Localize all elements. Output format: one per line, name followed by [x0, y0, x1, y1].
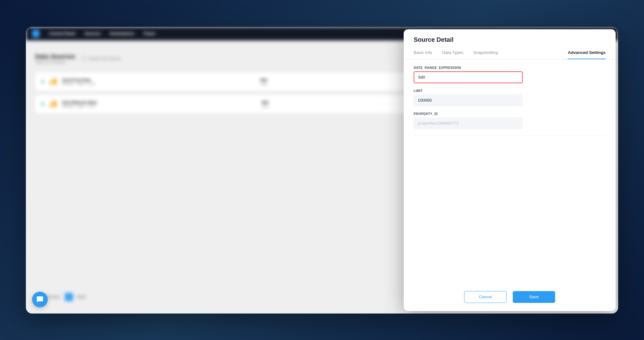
row-metric-label: rows: [261, 82, 267, 86]
row-metric: 964 rows: [262, 100, 269, 108]
panel-header: Source Detail: [404, 29, 616, 45]
panel-body: DATE_RANGE_EXPRESSION LIMIT PROPERTY_ID: [404, 60, 616, 285]
chat-fab[interactable]: [32, 292, 48, 307]
pagination: Previous 1 Next: [45, 293, 85, 301]
row-metric-value: 964: [262, 100, 269, 105]
row-text: GA4 Prod Data ERP/DB · Today · 11:30: [62, 78, 95, 86]
source-detail-panel: Source Detail Basic Info Data Types Snap…: [404, 29, 616, 311]
panel-title: Source Detail: [414, 36, 606, 43]
pagination-page[interactable]: 1: [65, 293, 73, 301]
status-dot-icon: [41, 80, 44, 83]
page-title-block: Data Sources Total 2 of 2 Sources: [35, 53, 75, 64]
page-title: Data Sources: [35, 53, 75, 60]
property-id-label: PROPERTY_ID: [414, 112, 606, 116]
row-name: GA4 Prod Data: [62, 78, 95, 82]
panel-footer: Cancel Save: [404, 285, 616, 311]
status-dot-icon: [41, 103, 44, 105]
limit-label: LIMIT: [414, 89, 606, 93]
search-input[interactable]: Search by Source: [81, 56, 121, 61]
row-name: GA4 Website Beta: [62, 100, 97, 105]
row-metric: 964 rows: [261, 78, 267, 86]
panel-tabs: Basic Info Data Types Snapshotting Advan…: [404, 45, 616, 60]
cancel-button[interactable]: Cancel: [464, 291, 507, 303]
chat-icon: [36, 296, 44, 303]
field-property-id: PROPERTY_ID: [414, 112, 606, 129]
search-icon: [81, 56, 86, 61]
app-frame: Control Panel Sources Destinations Flows…: [26, 27, 618, 314]
tab-snapshotting[interactable]: Snapshotting: [473, 50, 498, 59]
app-logo-icon: [32, 30, 40, 37]
nav-item-sources[interactable]: Sources: [85, 31, 101, 36]
property-id-input[interactable]: [414, 117, 523, 129]
nav-item-control-panel[interactable]: Control Panel: [49, 31, 75, 36]
row-metric-value: 964: [261, 78, 267, 82]
save-button[interactable]: Save: [513, 291, 555, 303]
date-range-input[interactable]: [414, 71, 523, 83]
row-text: GA4 Website Beta ERP/DB · Today · 11:30: [62, 100, 97, 108]
nav-item-destinations[interactable]: Destinations: [110, 31, 134, 36]
field-limit: LIMIT: [414, 89, 606, 106]
panel-divider: [414, 136, 606, 136]
field-date-range: DATE_RANGE_EXPRESSION: [414, 66, 606, 83]
tab-basic-info[interactable]: Basic Info: [414, 50, 432, 59]
pagination-next[interactable]: Next: [77, 295, 86, 299]
nav-item-flows[interactable]: Flows: [144, 31, 155, 36]
tab-data-types[interactable]: Data Types: [442, 50, 463, 59]
row-meta: ERP/DB · Today · 11:30: [62, 82, 95, 86]
search-placeholder: Search by Source: [89, 56, 121, 61]
google-analytics-icon: [50, 78, 56, 85]
google-analytics-icon: [50, 101, 56, 108]
page-subtitle: Total 2 of 2 Sources: [35, 60, 75, 64]
row-metric-label: rows: [262, 105, 269, 108]
date-range-label: DATE_RANGE_EXPRESSION: [414, 66, 606, 69]
limit-input[interactable]: [414, 94, 523, 106]
row-meta: ERP/DB · Today · 11:30: [62, 105, 97, 108]
tab-advanced-settings[interactable]: Advanced Settings: [568, 50, 606, 59]
